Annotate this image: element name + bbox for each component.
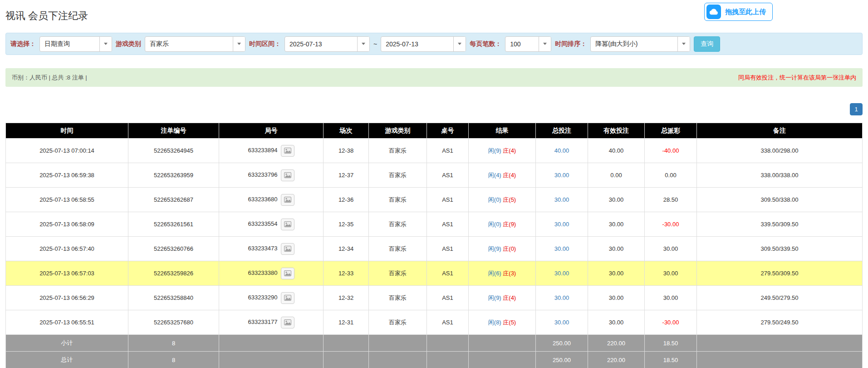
total-label-cell: 总计 — [6, 352, 128, 368]
result-cell: 闲(0) 庄(9) — [469, 212, 536, 237]
summary-left-text: 币别：人民币 | 总共 :8 注单 | — [12, 74, 87, 82]
subtotal-label-cell: 小计 — [6, 335, 128, 352]
upload-dropzone-button[interactable]: 拖拽至此上传 — [704, 3, 773, 21]
chevron-down-icon — [539, 37, 551, 51]
round-image-icon[interactable] — [281, 243, 294, 255]
footer-empty-cell — [369, 335, 427, 352]
footer-empty-cell — [369, 352, 427, 368]
game-type-cell: 百家乐 — [369, 261, 427, 286]
total-bet-link[interactable]: 30.00 — [554, 172, 569, 179]
column-header: 桌号 — [427, 123, 469, 139]
game-type-cell: 百家乐 — [369, 139, 427, 163]
date-from-select[interactable]: 2025-07-13 — [284, 36, 370, 52]
date-range-label: 时间区间： — [249, 40, 281, 48]
payout-cell: 28.50 — [645, 188, 697, 212]
round-image-icon[interactable] — [281, 145, 294, 157]
remark-cell: 279.50/249.50 — [697, 310, 863, 335]
session-cell: 12-35 — [324, 212, 369, 237]
sort-order-select[interactable]: 降冪(由大到小) — [590, 36, 690, 52]
page-size-value: 100 — [505, 37, 539, 51]
table-row[interactable]: 2025-07-13 06:58:55 522653262687 6332336… — [6, 188, 863, 212]
result-player: 闲(4) — [488, 172, 501, 179]
result-player: 闲(9) — [488, 245, 501, 252]
bet-no-cell: 522653260766 — [128, 237, 219, 261]
page: 视讯 会员下注纪录 拖拽至此上传 请选择： 日期查询 游戏类别 百家乐 时间区间… — [0, 0, 868, 368]
result-player: 闲(9) — [488, 147, 501, 154]
total-bet-cell: 30.00 — [536, 163, 588, 188]
valid-bet-cell: 30.00 — [588, 237, 645, 261]
session-cell: 12-37 — [324, 163, 369, 188]
remark-cell: 309.50/338.00 — [697, 188, 863, 212]
chevron-down-icon — [677, 37, 690, 51]
filter-bar: 请选择： 日期查询 游戏类别 百家乐 时间区间： 2025-07-13 ~ 20… — [5, 33, 863, 55]
result-banker: 庄(4) — [503, 147, 516, 154]
total-bet-link[interactable]: 30.00 — [554, 294, 569, 301]
game-type-cell: 百家乐 — [369, 163, 427, 188]
subtotal-total-bet-cell: 250.00 — [536, 335, 588, 352]
column-header: 场次 — [324, 123, 369, 139]
subtotal-payout-cell: 18.50 — [645, 335, 697, 352]
bet-no-cell: 522653257680 — [128, 310, 219, 335]
table-header-row: 时间注单编号局号场次游戏类别桌号结果总投注有效投注总派彩备注 — [6, 123, 863, 139]
table-row[interactable]: 2025-07-13 06:59:38 522653263959 6332337… — [6, 163, 863, 188]
round-image-icon[interactable] — [281, 194, 294, 206]
session-cell: 12-31 — [324, 310, 369, 335]
result-banker: 庄(5) — [503, 196, 516, 203]
session-cell: 12-33 — [324, 261, 369, 286]
round-image-icon[interactable] — [281, 169, 294, 181]
chevron-down-icon — [453, 37, 466, 51]
valid-bet-cell: 40.00 — [588, 139, 645, 163]
table-row[interactable]: 2025-07-13 06:58:09 522653261561 6332335… — [6, 212, 863, 237]
game-type-select[interactable]: 百家乐 — [145, 36, 245, 52]
round-image-icon[interactable] — [281, 268, 294, 279]
table-no-cell: AS1 — [427, 261, 469, 286]
round-image-icon[interactable] — [281, 292, 294, 304]
game-type-value: 百家乐 — [145, 37, 233, 51]
query-type-select[interactable]: 日期查询 — [39, 36, 112, 52]
total-bet-link[interactable]: 30.00 — [554, 319, 569, 326]
chevron-down-icon — [357, 37, 369, 51]
column-header: 游戏类别 — [369, 123, 427, 139]
table-row[interactable]: 2025-07-13 07:00:14 522653264945 6332338… — [6, 139, 863, 163]
time-cell: 2025-07-13 06:55:51 — [6, 310, 128, 335]
table-no-cell: AS1 — [427, 286, 469, 310]
time-cell: 2025-07-13 06:58:09 — [6, 212, 128, 237]
bet-records-table: 时间注单编号局号场次游戏类别桌号结果总投注有效投注总派彩备注 2025-07-1… — [5, 123, 863, 368]
total-bet-link[interactable]: 30.00 — [554, 245, 569, 252]
table-row[interactable]: 2025-07-13 06:57:03 522653259826 6332333… — [6, 261, 863, 286]
result-cell: 闲(0) 庄(5) — [469, 188, 536, 212]
round-no-cell: 633233680 — [219, 188, 324, 212]
result-banker: 庄(4) — [503, 294, 516, 301]
valid-bet-cell: 0.00 — [588, 163, 645, 188]
subtotal-count-cell: 8 — [128, 335, 219, 352]
round-image-icon[interactable] — [281, 317, 294, 328]
total-bet-link[interactable]: 30.00 — [554, 196, 569, 203]
cloud-upload-icon — [706, 5, 721, 19]
table-row[interactable]: 2025-07-13 06:55:51 522653257680 6332331… — [6, 310, 863, 335]
total-bet-link[interactable]: 30.00 — [554, 270, 569, 277]
page-button-1[interactable]: 1 — [850, 103, 863, 115]
page-size-label: 每页笔数： — [470, 40, 501, 48]
date-to-select[interactable]: 2025-07-13 — [381, 36, 466, 52]
result-banker: 庄(3) — [503, 270, 516, 277]
round-no-cell: 633233473 — [219, 237, 324, 261]
search-button[interactable]: 查询 — [694, 36, 720, 52]
session-cell: 12-32 — [324, 286, 369, 310]
session-cell: 12-34 — [324, 237, 369, 261]
table-row[interactable]: 2025-07-13 06:56:29 522653258840 6332332… — [6, 286, 863, 310]
round-image-icon[interactable] — [281, 219, 294, 230]
total-bet-link[interactable]: 30.00 — [554, 221, 569, 228]
total-bet-link[interactable]: 40.00 — [554, 147, 569, 154]
page-size-select[interactable]: 100 — [505, 36, 551, 52]
result-cell: 闲(8) 庄(5) — [469, 310, 536, 335]
total-bet-cell: 30.00 — [536, 212, 588, 237]
payout-cell: -40.00 — [645, 139, 697, 163]
round-no-cell: 633233177 — [219, 310, 324, 335]
footer-empty-cell — [427, 352, 469, 368]
query-type-label: 请选择： — [10, 40, 36, 48]
chevron-down-icon — [99, 37, 112, 51]
game-type-cell: 百家乐 — [369, 212, 427, 237]
result-player: 闲(0) — [488, 221, 501, 228]
table-row[interactable]: 2025-07-13 06:57:40 522653260766 6332334… — [6, 237, 863, 261]
round-no: 633233473 — [248, 245, 277, 252]
